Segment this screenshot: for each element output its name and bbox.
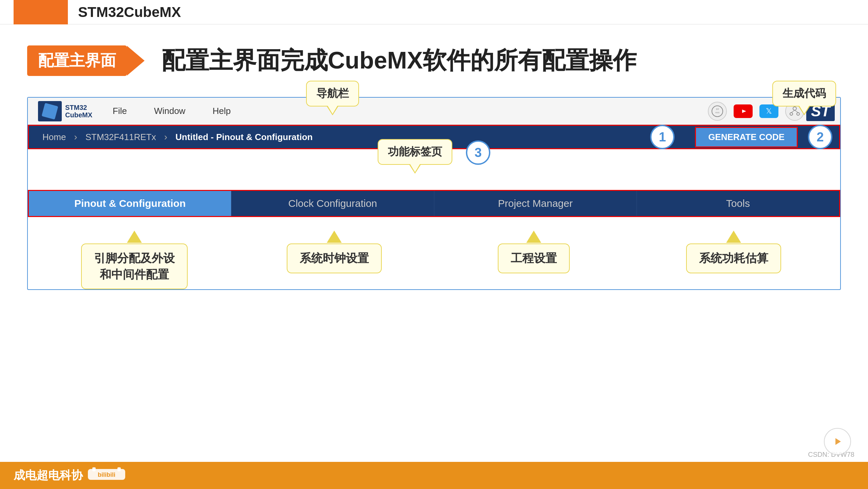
app-title: STM32CubeMX [78,4,181,20]
functabs-callout: 功能标签页 [378,139,452,165]
pinout-arrow-icon [127,231,142,243]
functabs-callout-group: 功能标签页 3 [378,139,490,165]
clock-callout: 系统时钟设置 [287,243,382,273]
project-callout-wrap: 工程设置 [434,231,634,289]
logo-stm32: STM32 [65,104,92,111]
number-circle-2: 2 [808,125,832,149]
tab-clock[interactable]: Clock Configuration [231,191,434,216]
tab-project[interactable]: Project Manager [434,191,637,216]
section-title: 配置主界面完成CubeMX软件的所有配置操作 [162,45,637,77]
pinout-callout-wrap: 引脚分配及外设 和中间件配置 [35,231,234,289]
pinout-callout: 引脚分配及外设 和中间件配置 [81,243,188,289]
logo-cubemx: CubeMX [65,111,92,119]
logo-cube [42,103,58,119]
clock-arrow-icon [327,231,342,243]
cubemx-ui-mockup: STM32 CubeMX File Window Help 10 ANS [27,97,841,290]
menu-help[interactable]: Help [212,106,230,116]
tools-callout-wrap: 系统功耗估算 [634,231,834,289]
top-bar: STM32CubeMX [0,0,868,24]
number-circle-3: 3 [466,140,490,165]
play-button[interactable] [824,428,851,455]
project-callout: 工程设置 [498,243,570,273]
breadcrumb-home[interactable]: Home [36,132,73,142]
orange-accent [14,0,68,24]
breadcrumb-sep1: › [73,132,78,142]
tabs-callouts-row: 引脚分配及外设 和中间件配置 系统时钟设置 工程设置 [28,231,840,289]
section-badge: 配置主界面 [27,45,127,76]
cubemx-topbar: STM32 CubeMX File Window Help 10 ANS [28,98,840,125]
bottom-bar: 成电超电科协 bilibili [0,462,868,489]
anniversary-icon: 10 ANS [708,102,727,121]
svg-marker-13 [835,438,841,445]
svg-rect-11 [117,467,121,471]
number-circle-1: 1 [650,125,675,149]
section-header: 配置主界面 配置主界面完成CubeMX软件的所有配置操作 [27,45,841,77]
tools-arrow-icon [726,231,741,243]
svg-point-5 [790,113,793,115]
tabs-section: 功能标签页 3 Pinout & Configuration Clock Con… [28,190,840,289]
tab-tools[interactable]: Tools [637,191,839,216]
clock-callout-wrap: 系统时钟设置 [234,231,434,289]
svg-text:ANS: ANS [715,112,719,114]
tools-callout: 系统功耗估算 [686,243,781,273]
cubemx-menu: File Window Help [113,106,687,116]
project-arrow-icon [526,231,541,243]
svg-text:10: 10 [716,107,719,111]
svg-rect-10 [92,467,96,471]
functabs-arrow-inner-icon [410,164,420,172]
tabs-bar: Pinout & Configuration Clock Configurati… [28,190,840,217]
bilibili-logo-icon: bilibili [86,466,127,486]
svg-marker-3 [742,110,746,113]
main-content: 配置主界面 配置主界面完成CubeMX软件的所有配置操作 STM32 CubeM… [0,24,868,304]
breadcrumb-sep2: › [163,132,169,142]
svg-text:bilibili: bilibili [98,471,115,478]
gencode-callout: 生成代码 [772,81,836,106]
callout-arrow-down2-inner-icon [799,105,809,114]
callout-arrow-down-inner-icon [327,105,338,114]
generate-code-button[interactable]: GENERATE CODE [695,127,798,148]
arrow-right-icon [127,46,145,76]
youtube-icon [734,104,753,118]
brand-logo: 成电超电科协 bilibili [14,466,127,486]
svg-line-7 [791,110,795,113]
svg-point-4 [793,107,796,110]
breadcrumb-chip[interactable]: STM32F411RETx [79,132,163,142]
navbar-callout: 导航栏 [306,81,359,106]
tab-pinout[interactable]: Pinout & Configuration [29,191,231,216]
svg-line-8 [795,110,798,113]
menu-file[interactable]: File [113,106,127,116]
brand-text: 成电超电科协 [14,468,83,483]
menu-window[interactable]: Window [154,106,185,116]
cubemx-logo: STM32 CubeMX [38,101,92,121]
logo-box [38,101,62,121]
breadcrumb-page[interactable]: Untitled - Pinout & Configuration [169,132,319,142]
logo-text: STM32 CubeMX [65,104,92,119]
